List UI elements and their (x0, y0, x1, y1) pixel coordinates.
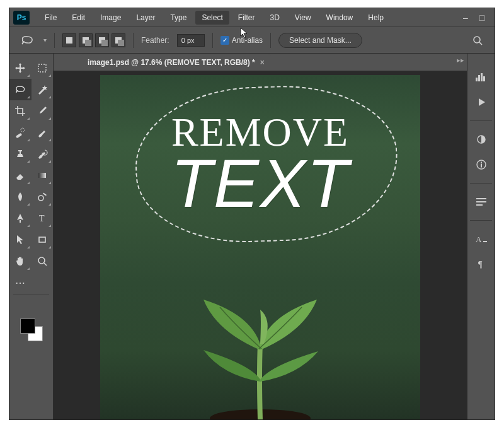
canvas-viewport[interactable]: REMOVE TEXT (54, 71, 467, 419)
separator (54, 33, 55, 48)
zoom-tool[interactable] (32, 250, 54, 272)
document-tab[interactable]: image1.psd @ 17.6% (REMOVE TEXT, RGB/8) … (81, 54, 271, 71)
app-logo[interactable]: Ps (13, 11, 30, 25)
svg-text:A: A (476, 235, 482, 244)
document-canvas[interactable]: REMOVE TEXT (100, 75, 420, 419)
selection-mode-group (62, 33, 125, 47)
menu-view[interactable]: View (289, 11, 318, 25)
svg-rect-3 (16, 132, 22, 138)
window-controls: – □ (459, 13, 491, 23)
clone-stamp-tool[interactable] (9, 143, 32, 165)
anti-alias-checkbox[interactable]: ✓ Anti-alias (220, 36, 263, 45)
hand-tool[interactable] (9, 250, 32, 272)
svg-rect-20 (481, 162, 482, 163)
maximize-button[interactable]: □ (476, 13, 488, 23)
selection-subtract-button[interactable] (95, 33, 109, 47)
dock-separator (470, 120, 491, 121)
selection-add-button[interactable] (79, 33, 93, 47)
separator (270, 33, 271, 48)
dock-separator (470, 183, 491, 184)
path-selection-tool[interactable] (9, 229, 32, 250)
menu-window[interactable]: Window (320, 11, 360, 25)
svg-rect-13 (476, 78, 478, 81)
svg-rect-23 (476, 204, 483, 206)
spot-healing-brush-tool[interactable] (9, 122, 32, 143)
character-icon[interactable]: A (473, 232, 490, 246)
canvas-text-text: TEXT (100, 149, 420, 218)
menubar: Ps File Edit Image Layer Type Select Fil… (9, 8, 495, 27)
svg-point-4 (21, 128, 25, 132)
eraser-tool[interactable] (9, 165, 32, 186)
main-area: ▸▸ T ⋯ (9, 54, 495, 419)
panel-collapse-chevron-icon[interactable]: ▸▸ (457, 56, 464, 64)
play-icon[interactable] (473, 95, 490, 109)
marquee-tool[interactable] (32, 57, 54, 79)
menu-select[interactable]: Select (195, 11, 229, 25)
gradient-tool[interactable] (32, 165, 54, 186)
anti-alias-label: Anti-alias (232, 36, 263, 45)
move-tool[interactable] (9, 57, 32, 79)
menu-image[interactable]: Image (94, 11, 127, 25)
svg-point-6 (38, 196, 43, 201)
selection-new-button[interactable] (62, 33, 76, 47)
menu-type[interactable]: Type (164, 11, 193, 25)
menu-file[interactable]: File (38, 11, 63, 25)
dodge-tool[interactable] (32, 186, 54, 208)
svg-rect-16 (483, 76, 485, 81)
separator (212, 33, 213, 48)
adjustments-icon[interactable] (473, 132, 490, 146)
menu-help[interactable]: Help (362, 11, 390, 25)
history-brush-tool[interactable] (32, 143, 54, 165)
svg-rect-22 (476, 201, 486, 202)
check-icon: ✓ (220, 36, 229, 45)
histogram-icon[interactable] (473, 70, 490, 84)
close-tab-icon[interactable]: × (260, 58, 265, 67)
feather-input[interactable]: 0 px (177, 34, 205, 47)
menu-filter[interactable]: Filter (232, 11, 261, 25)
svg-line-1 (479, 42, 482, 45)
lasso-tool[interactable] (9, 79, 32, 100)
pen-tool[interactable] (9, 208, 32, 229)
dock-separator (470, 220, 491, 221)
svg-rect-9 (39, 237, 45, 242)
svg-rect-2 (38, 64, 46, 72)
blur-tool[interactable] (9, 186, 32, 208)
selection-intersect-button[interactable] (112, 33, 125, 47)
menu-layer[interactable]: Layer (130, 11, 161, 25)
svg-text:T: T (39, 214, 45, 223)
active-tool-lasso-icon[interactable] (18, 34, 36, 47)
type-tool[interactable]: T (32, 208, 54, 229)
document-area: image1.psd @ 17.6% (REMOVE TEXT, RGB/8) … (54, 54, 467, 419)
edit-toolbar-button[interactable]: ⋯ (9, 272, 32, 293)
menu-edit[interactable]: Edit (66, 11, 91, 25)
options-bar: ▾ Feather: 0 px ✓ Anti-alias Select and … (9, 27, 495, 54)
menu-3d[interactable]: 3D (263, 11, 285, 25)
plant-image (159, 249, 361, 419)
info-icon[interactable] (473, 158, 490, 172)
document-tabbar: image1.psd @ 17.6% (REMOVE TEXT, RGB/8) … (54, 54, 467, 71)
svg-rect-7 (43, 192, 47, 196)
eyedropper-tool[interactable] (32, 100, 54, 122)
minimize-button[interactable]: – (459, 13, 472, 23)
glyphs-icon[interactable]: ¶ (473, 257, 490, 271)
search-icon[interactable] (469, 32, 486, 49)
magic-wand-tool[interactable] (32, 79, 54, 100)
paragraph-styles-icon[interactable] (473, 195, 490, 209)
crop-tool[interactable] (9, 100, 32, 122)
brush-tool[interactable] (32, 122, 54, 143)
separator (133, 33, 134, 48)
svg-line-11 (44, 263, 47, 266)
select-and-mask-button[interactable]: Select and Mask... (278, 33, 362, 48)
svg-rect-25 (483, 241, 487, 242)
svg-rect-19 (481, 164, 482, 168)
toolbox: T ⋯ (9, 54, 54, 419)
document-tab-label: image1.psd @ 17.6% (REMOVE TEXT, RGB/8) … (88, 58, 255, 67)
color-swatches[interactable] (9, 315, 53, 345)
svg-rect-21 (476, 198, 486, 199)
foreground-color-swatch[interactable] (20, 319, 35, 334)
right-panel-dock: A ¶ (467, 54, 495, 419)
svg-rect-5 (38, 173, 46, 178)
app-window: Ps File Edit Image Layer Type Select Fil… (9, 8, 495, 420)
svg-point-10 (38, 257, 45, 264)
rectangle-tool[interactable] (32, 229, 54, 250)
